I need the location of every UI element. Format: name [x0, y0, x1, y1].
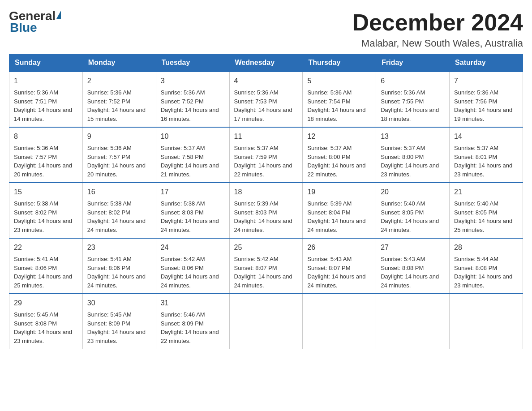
day-number: 16	[87, 187, 151, 197]
calendar-day-cell: 9Sunrise: 5:36 AMSunset: 7:57 PMDaylight…	[82, 127, 156, 183]
day-info: Sunrise: 5:43 AMSunset: 8:07 PMDaylight:…	[307, 255, 371, 290]
day-info: Sunrise: 5:39 AMSunset: 8:04 PMDaylight:…	[307, 199, 371, 234]
daylight-text: Daylight: 14 hours and 25 minutes.	[14, 272, 78, 290]
calendar-day-cell: 14Sunrise: 5:37 AMSunset: 8:01 PMDayligh…	[450, 127, 523, 183]
day-info: Sunrise: 5:36 AMSunset: 7:55 PMDaylight:…	[381, 88, 445, 123]
calendar-day-cell: 24Sunrise: 5:42 AMSunset: 8:06 PMDayligh…	[156, 238, 229, 294]
calendar-day-cell: 2Sunrise: 5:36 AMSunset: 7:52 PMDaylight…	[82, 72, 156, 127]
sunset-text: Sunset: 8:07 PM	[307, 264, 371, 273]
day-number: 8	[14, 131, 78, 142]
sunset-text: Sunset: 8:02 PM	[87, 208, 151, 217]
sunset-text: Sunset: 7:54 PM	[307, 97, 371, 106]
calendar-day-cell: 20Sunrise: 5:40 AMSunset: 8:05 PMDayligh…	[376, 183, 450, 238]
daylight-text: Daylight: 14 hours and 24 minutes.	[234, 217, 298, 234]
daylight-text: Daylight: 14 hours and 24 minutes.	[161, 217, 225, 234]
day-number: 5	[307, 76, 371, 86]
day-number: 12	[307, 131, 371, 142]
calendar-day-cell: 30Sunrise: 5:45 AMSunset: 8:09 PMDayligh…	[82, 294, 156, 349]
sunset-text: Sunset: 7:57 PM	[14, 153, 78, 162]
day-number: 17	[161, 187, 225, 197]
calendar-day-cell: 29Sunrise: 5:45 AMSunset: 8:08 PMDayligh…	[9, 294, 83, 349]
calendar-empty-cell	[303, 294, 376, 349]
calendar-day-cell: 13Sunrise: 5:37 AMSunset: 8:00 PMDayligh…	[376, 127, 450, 183]
day-info: Sunrise: 5:36 AMSunset: 7:57 PMDaylight:…	[87, 144, 151, 179]
day-info: Sunrise: 5:36 AMSunset: 7:52 PMDaylight:…	[87, 88, 151, 123]
calendar-day-cell: 23Sunrise: 5:41 AMSunset: 8:06 PMDayligh…	[82, 238, 156, 294]
logo-arrow-icon	[56, 11, 61, 19]
calendar-day-cell: 27Sunrise: 5:43 AMSunset: 8:08 PMDayligh…	[376, 238, 450, 294]
day-info: Sunrise: 5:40 AMSunset: 8:05 PMDaylight:…	[454, 199, 518, 234]
daylight-text: Daylight: 14 hours and 25 minutes.	[454, 217, 518, 234]
day-number: 11	[234, 131, 298, 142]
daylight-text: Daylight: 14 hours and 14 minutes.	[14, 106, 78, 123]
day-info: Sunrise: 5:37 AMSunset: 8:00 PMDaylight:…	[307, 144, 371, 179]
sunset-text: Sunset: 8:02 PM	[14, 208, 78, 217]
calendar-day-cell: 15Sunrise: 5:38 AMSunset: 8:02 PMDayligh…	[9, 183, 83, 238]
sunset-text: Sunset: 8:03 PM	[234, 208, 298, 217]
day-info: Sunrise: 5:45 AMSunset: 8:08 PMDaylight:…	[14, 310, 78, 345]
sunrise-text: Sunrise: 5:45 AM	[14, 310, 78, 319]
daylight-text: Daylight: 14 hours and 23 minutes.	[381, 161, 445, 179]
day-number: 25	[234, 242, 298, 253]
calendar-week-row: 8Sunrise: 5:36 AMSunset: 7:57 PMDaylight…	[9, 127, 523, 183]
sunset-text: Sunset: 7:59 PM	[234, 153, 298, 162]
calendar-day-cell: 8Sunrise: 5:36 AMSunset: 7:57 PMDaylight…	[9, 127, 83, 183]
sunrise-text: Sunrise: 5:40 AM	[454, 199, 518, 208]
sunset-text: Sunset: 8:08 PM	[454, 264, 518, 273]
day-number: 19	[307, 187, 371, 197]
day-info: Sunrise: 5:38 AMSunset: 8:02 PMDaylight:…	[14, 199, 78, 234]
day-number: 14	[454, 131, 518, 142]
day-number: 1	[14, 76, 78, 86]
sunset-text: Sunset: 8:08 PM	[381, 264, 445, 273]
day-number: 23	[87, 242, 151, 253]
day-number: 24	[161, 242, 225, 253]
sunset-text: Sunset: 8:05 PM	[381, 208, 445, 217]
daylight-text: Daylight: 14 hours and 24 minutes.	[381, 217, 445, 234]
day-number: 18	[234, 187, 298, 197]
daylight-text: Daylight: 14 hours and 23 minutes.	[454, 161, 518, 179]
day-number: 6	[381, 76, 445, 86]
calendar-day-cell: 31Sunrise: 5:46 AMSunset: 8:09 PMDayligh…	[156, 294, 229, 349]
sunrise-text: Sunrise: 5:37 AM	[381, 144, 445, 153]
day-info: Sunrise: 5:36 AMSunset: 7:57 PMDaylight:…	[14, 144, 78, 179]
day-number: 26	[307, 242, 371, 253]
daylight-text: Daylight: 14 hours and 24 minutes.	[381, 272, 445, 290]
calendar-day-cell: 11Sunrise: 5:37 AMSunset: 7:59 PMDayligh…	[229, 127, 303, 183]
calendar-col-sunday: Sunday	[9, 54, 83, 72]
sunset-text: Sunset: 8:01 PM	[454, 153, 518, 162]
day-info: Sunrise: 5:36 AMSunset: 7:52 PMDaylight:…	[161, 88, 225, 123]
calendar-day-cell: 21Sunrise: 5:40 AMSunset: 8:05 PMDayligh…	[450, 183, 523, 238]
sunset-text: Sunset: 8:09 PM	[161, 319, 225, 328]
day-number: 22	[14, 242, 78, 253]
calendar-day-cell: 1Sunrise: 5:36 AMSunset: 7:51 PMDaylight…	[9, 72, 83, 127]
day-info: Sunrise: 5:38 AMSunset: 8:03 PMDaylight:…	[161, 199, 225, 234]
calendar-day-cell: 4Sunrise: 5:36 AMSunset: 7:53 PMDaylight…	[229, 72, 303, 127]
sunset-text: Sunset: 7:58 PM	[161, 153, 225, 162]
sunrise-text: Sunrise: 5:36 AM	[234, 88, 298, 97]
calendar-day-cell: 10Sunrise: 5:37 AMSunset: 7:58 PMDayligh…	[156, 127, 229, 183]
sunset-text: Sunset: 8:08 PM	[14, 319, 78, 328]
calendar-day-cell: 18Sunrise: 5:39 AMSunset: 8:03 PMDayligh…	[229, 183, 303, 238]
sunrise-text: Sunrise: 5:45 AM	[87, 310, 151, 319]
day-number: 13	[381, 131, 445, 142]
sunrise-text: Sunrise: 5:42 AM	[234, 255, 298, 264]
sunrise-text: Sunrise: 5:36 AM	[14, 144, 78, 153]
day-number: 3	[161, 76, 225, 86]
day-info: Sunrise: 5:38 AMSunset: 8:02 PMDaylight:…	[87, 199, 151, 234]
logo-blue-text: Blue	[10, 21, 37, 34]
calendar-day-cell: 22Sunrise: 5:41 AMSunset: 8:06 PMDayligh…	[9, 238, 83, 294]
sunset-text: Sunset: 8:00 PM	[307, 153, 371, 162]
calendar-day-cell: 16Sunrise: 5:38 AMSunset: 8:02 PMDayligh…	[82, 183, 156, 238]
day-number: 28	[454, 242, 518, 253]
sunset-text: Sunset: 7:55 PM	[381, 97, 445, 106]
daylight-text: Daylight: 14 hours and 24 minutes.	[161, 272, 225, 290]
sunrise-text: Sunrise: 5:37 AM	[454, 144, 518, 153]
day-info: Sunrise: 5:36 AMSunset: 7:51 PMDaylight:…	[14, 88, 78, 123]
day-info: Sunrise: 5:37 AMSunset: 7:58 PMDaylight:…	[161, 144, 225, 179]
sunrise-text: Sunrise: 5:41 AM	[87, 255, 151, 264]
sunrise-text: Sunrise: 5:42 AM	[161, 255, 225, 264]
sunrise-text: Sunrise: 5:43 AM	[307, 255, 371, 264]
sunrise-text: Sunrise: 5:36 AM	[87, 88, 151, 97]
daylight-text: Daylight: 14 hours and 24 minutes.	[307, 272, 371, 290]
calendar-empty-cell	[376, 294, 450, 349]
